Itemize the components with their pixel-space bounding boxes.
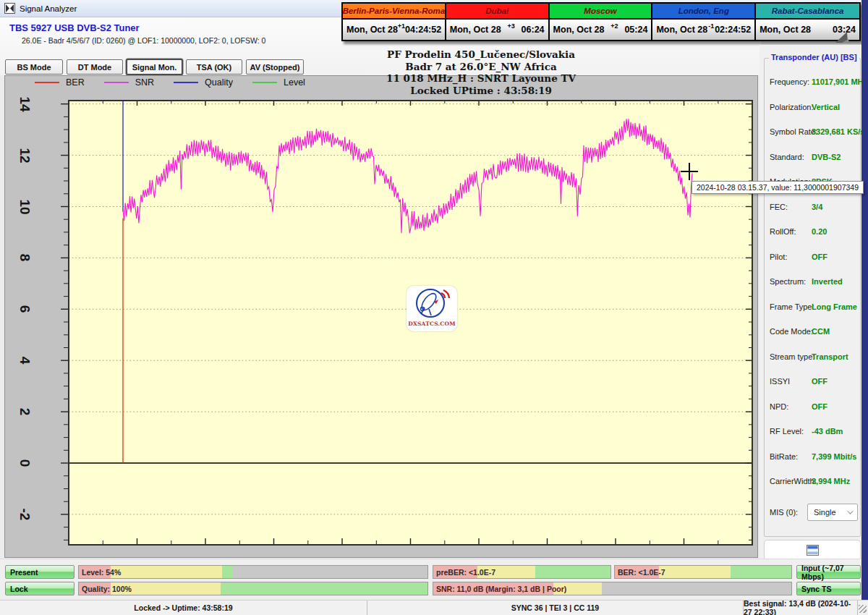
y-axis-label: 12 — [17, 141, 33, 170]
progress-bar-label: SNR: 11,0 dB (Margin: 3,1 dB | Poor) — [436, 582, 566, 595]
transponder-row-label: ISSYI — [764, 377, 806, 386]
transponder-row-label: RF Level: — [764, 427, 806, 436]
transponder-row-value: 3329,681 KS/s — [806, 127, 864, 136]
clock-time-value: 04:24:52 — [405, 25, 441, 35]
transponder-row-value: Inverted — [806, 277, 843, 286]
corner-logo-icon — [833, 30, 851, 45]
mis-value: Single — [814, 508, 836, 517]
status-pill-input-7-07-mbps-: Input (~7,07 Mbps) — [796, 565, 861, 579]
bar-segment-green — [222, 566, 233, 578]
legend-line-icon — [174, 82, 198, 83]
progress-bar-preber: preBER: <1.0E-7 — [433, 565, 611, 579]
transponder-row-value: 0.20 — [806, 227, 827, 236]
transponder-row-value: DVB-S2 — [806, 153, 841, 161]
progress-bar-ber: BER: <1.0E-7 — [614, 565, 792, 579]
transponder-row-value: 3/4 — [806, 203, 822, 211]
transponder-row-label: Pilot: — [764, 253, 806, 261]
status-pill-sync-ts: Sync TS — [796, 582, 861, 595]
transponder-row: Stream type:Transport — [764, 344, 861, 370]
transponder-row: Code Mode:CCM — [764, 319, 861, 344]
transponder-row-value: Transport — [806, 352, 848, 361]
world-clocks: Berlin-Paris-Vienna-RomaMon, Oct 28+104:… — [341, 2, 861, 41]
clock-city-label: Dubai — [446, 4, 548, 20]
mis-label: MIS (0): — [770, 508, 798, 517]
mode-button-signal-mon-[interactable]: Signal Mon. — [127, 59, 182, 75]
clock-time-value: 05:24 — [624, 25, 647, 35]
transponder-row-label: Frame Type: — [764, 302, 806, 311]
transponder-group-title: Transponder (AU) [BS] — [769, 53, 859, 62]
mode-button-bs-mode[interactable]: BS Mode — [5, 59, 63, 75]
y-axis-label: 8 — [17, 243, 33, 272]
transponder-row: Symbol Rate:3329,681 KS/s — [764, 119, 861, 145]
y-axis-label: 6 — [17, 294, 33, 323]
legend-label: BER — [66, 77, 85, 88]
transponder-row-label: Standard: — [764, 153, 806, 161]
bar-segment-green — [731, 566, 791, 578]
transponder-row-label: Code Mode: — [764, 327, 806, 336]
transponder-row: Frame Type:Long Frame — [764, 294, 861, 320]
mode-button-row: BS ModeDT ModeSignal Mon.TSA (OK)AV (Sto… — [5, 59, 304, 75]
signal-analyzer-window: Signal Analyzer TBS 5927 USB DVB-S2 Tune… — [0, 0, 868, 615]
transponder-row: RollOff:0.20 — [764, 219, 861, 245]
window-title: Signal Analyzer — [20, 4, 77, 13]
legend-label: Quality — [205, 77, 233, 88]
signal-plot[interactable] — [51, 94, 757, 550]
app-icon — [4, 3, 15, 14]
clock-date: Mon, Oct 28 — [656, 25, 707, 35]
clock-utc-offset: +1 — [398, 22, 405, 30]
progress-bar-level: Level: 54% — [78, 565, 428, 579]
clock-city-label: Moscow — [550, 4, 652, 20]
clock-date: Mon, Oct 28 — [760, 25, 811, 35]
transponder-row: ISSYIOFF — [764, 369, 861, 394]
panel-icon — [807, 545, 819, 556]
transponder-row-label: Stream type: — [764, 352, 806, 361]
mode-button-dt-mode[interactable]: DT Mode — [67, 59, 123, 75]
panel-action-button[interactable] — [764, 540, 861, 560]
statusbar: Locked -> Uptime: 43:58:19SYNC 36 | TEI … — [0, 600, 868, 615]
mode-button-av-stopped-[interactable]: AV (Stopped) — [246, 59, 304, 75]
transponder-row-label: Frequency: — [764, 77, 806, 86]
transponder-row-label: FEC: — [764, 203, 806, 211]
statusbar-section: Locked -> Uptime: 43:58:19 — [0, 601, 367, 615]
chart-title-line: PF Prodelin 450_Lučenec/Slovakia — [340, 48, 622, 61]
clock-city-label: Berlin-Paris-Vienna-Roma — [343, 4, 445, 20]
window-right-border — [861, 0, 868, 600]
bar-segment-gray — [233, 566, 427, 578]
logo-text: DXSATCS.COM — [408, 321, 455, 327]
y-axis-label: 2 — [17, 397, 33, 426]
crosshair-cursor — [681, 163, 698, 180]
signal-bars-area: PresentLevel: 54%preBER: <1.0E-7BER: <1.… — [0, 559, 862, 599]
chart-title: PF Prodelin 450_Lučenec/SlovakiaBadr 7 a… — [340, 48, 622, 96]
clock-moscow: MoscowMon, Oct 28+205:24 — [550, 4, 653, 40]
clock-date: Mon, Oct 28 — [346, 25, 398, 35]
clock-berlin-paris-vienna-roma: Berlin-Paris-Vienna-RomaMon, Oct 28+104:… — [343, 4, 446, 40]
transponder-row-value: OFF — [806, 377, 827, 386]
progress-bar-label: Quality: 100% — [82, 582, 132, 595]
legend-item-snr: SNR — [104, 77, 154, 88]
chart-title-line: 11 018 MHz_H : SNRT Layoune TV — [340, 72, 622, 85]
y-axis-label: 4 — [17, 346, 33, 375]
transponder-row-value: Vertical — [806, 103, 840, 111]
transponder-row: Standard:DVB-S2 — [764, 145, 861, 170]
clock-datetime: Mon, Oct 28+306:24 — [446, 20, 548, 40]
transponder-row: Pilot:OFF — [764, 245, 861, 270]
satellite-dish-icon — [412, 287, 452, 321]
transponder-row-label: CarrierWidth: — [764, 477, 806, 485]
y-axis-label: 14 — [17, 90, 33, 119]
y-axis-label: 0 — [17, 449, 33, 478]
mis-dropdown[interactable]: Single — [807, 504, 858, 521]
bar-segment-green — [535, 566, 610, 578]
bar-segment-green — [221, 582, 427, 595]
resize-grip[interactable] — [859, 605, 867, 613]
transponder-row-label: Polarization: — [764, 103, 806, 111]
legend-label: SNR — [135, 77, 154, 88]
transponder-row-value: 11017,901 MHz — [806, 77, 867, 86]
chart-legend: BERSNRQualityLevel — [35, 77, 305, 88]
clock-datetime: Mon, Oct 28+104:24:52 — [343, 20, 445, 40]
transponder-row: NPD:OFF — [764, 394, 861, 420]
transponder-row: BitRate:7,399 Mbit/s — [764, 444, 861, 470]
clock-date: Mon, Oct 28 — [553, 25, 605, 35]
mode-button-tsa-ok-[interactable]: TSA (OK) — [186, 59, 242, 75]
transponder-row-label: NPD: — [764, 402, 806, 411]
legend-item-quality: Quality — [174, 77, 233, 88]
